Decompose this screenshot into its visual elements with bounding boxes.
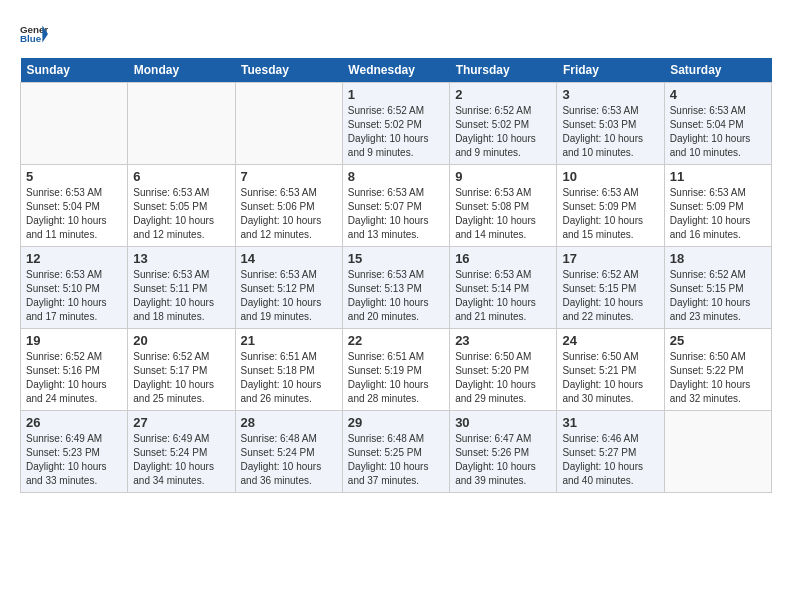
day-info: Sunrise: 6:53 AM Sunset: 5:08 PM Dayligh… — [455, 186, 551, 242]
day-number: 3 — [562, 87, 658, 102]
logo-icon: General Blue — [20, 20, 48, 48]
calendar-week-4: 26Sunrise: 6:49 AM Sunset: 5:23 PM Dayli… — [21, 411, 772, 493]
day-number: 24 — [562, 333, 658, 348]
calendar-table: SundayMondayTuesdayWednesdayThursdayFrid… — [20, 58, 772, 493]
calendar-cell: 9Sunrise: 6:53 AM Sunset: 5:08 PM Daylig… — [450, 165, 557, 247]
day-number: 22 — [348, 333, 444, 348]
day-info: Sunrise: 6:53 AM Sunset: 5:04 PM Dayligh… — [26, 186, 122, 242]
calendar-cell: 17Sunrise: 6:52 AM Sunset: 5:15 PM Dayli… — [557, 247, 664, 329]
calendar-cell: 23Sunrise: 6:50 AM Sunset: 5:20 PM Dayli… — [450, 329, 557, 411]
calendar-cell: 20Sunrise: 6:52 AM Sunset: 5:17 PM Dayli… — [128, 329, 235, 411]
calendar-cell — [128, 83, 235, 165]
weekday-header-friday: Friday — [557, 58, 664, 83]
day-number: 12 — [26, 251, 122, 266]
day-number: 8 — [348, 169, 444, 184]
day-info: Sunrise: 6:50 AM Sunset: 5:21 PM Dayligh… — [562, 350, 658, 406]
calendar-cell: 19Sunrise: 6:52 AM Sunset: 5:16 PM Dayli… — [21, 329, 128, 411]
day-info: Sunrise: 6:50 AM Sunset: 5:22 PM Dayligh… — [670, 350, 766, 406]
day-number: 18 — [670, 251, 766, 266]
calendar-header: SundayMondayTuesdayWednesdayThursdayFrid… — [21, 58, 772, 83]
day-info: Sunrise: 6:53 AM Sunset: 5:10 PM Dayligh… — [26, 268, 122, 324]
svg-text:Blue: Blue — [20, 33, 42, 44]
calendar-cell: 3Sunrise: 6:53 AM Sunset: 5:03 PM Daylig… — [557, 83, 664, 165]
day-number: 9 — [455, 169, 551, 184]
day-number: 16 — [455, 251, 551, 266]
day-number: 17 — [562, 251, 658, 266]
day-number: 13 — [133, 251, 229, 266]
weekday-header-sunday: Sunday — [21, 58, 128, 83]
day-info: Sunrise: 6:48 AM Sunset: 5:24 PM Dayligh… — [241, 432, 337, 488]
day-info: Sunrise: 6:51 AM Sunset: 5:18 PM Dayligh… — [241, 350, 337, 406]
weekday-header-thursday: Thursday — [450, 58, 557, 83]
day-info: Sunrise: 6:53 AM Sunset: 5:11 PM Dayligh… — [133, 268, 229, 324]
day-number: 20 — [133, 333, 229, 348]
calendar-cell: 6Sunrise: 6:53 AM Sunset: 5:05 PM Daylig… — [128, 165, 235, 247]
day-info: Sunrise: 6:52 AM Sunset: 5:02 PM Dayligh… — [455, 104, 551, 160]
calendar-week-1: 5Sunrise: 6:53 AM Sunset: 5:04 PM Daylig… — [21, 165, 772, 247]
calendar-cell: 4Sunrise: 6:53 AM Sunset: 5:04 PM Daylig… — [664, 83, 771, 165]
day-number: 28 — [241, 415, 337, 430]
weekday-header-monday: Monday — [128, 58, 235, 83]
calendar-cell: 16Sunrise: 6:53 AM Sunset: 5:14 PM Dayli… — [450, 247, 557, 329]
day-info: Sunrise: 6:53 AM Sunset: 5:04 PM Dayligh… — [670, 104, 766, 160]
day-number: 10 — [562, 169, 658, 184]
calendar-week-0: 1Sunrise: 6:52 AM Sunset: 5:02 PM Daylig… — [21, 83, 772, 165]
day-number: 7 — [241, 169, 337, 184]
logo: General Blue — [20, 20, 52, 48]
day-info: Sunrise: 6:53 AM Sunset: 5:13 PM Dayligh… — [348, 268, 444, 324]
weekday-header-saturday: Saturday — [664, 58, 771, 83]
day-info: Sunrise: 6:51 AM Sunset: 5:19 PM Dayligh… — [348, 350, 444, 406]
day-number: 23 — [455, 333, 551, 348]
calendar-cell: 28Sunrise: 6:48 AM Sunset: 5:24 PM Dayli… — [235, 411, 342, 493]
calendar-cell: 10Sunrise: 6:53 AM Sunset: 5:09 PM Dayli… — [557, 165, 664, 247]
weekday-header-row: SundayMondayTuesdayWednesdayThursdayFrid… — [21, 58, 772, 83]
calendar-cell: 29Sunrise: 6:48 AM Sunset: 5:25 PM Dayli… — [342, 411, 449, 493]
day-info: Sunrise: 6:53 AM Sunset: 5:09 PM Dayligh… — [562, 186, 658, 242]
calendar-cell: 26Sunrise: 6:49 AM Sunset: 5:23 PM Dayli… — [21, 411, 128, 493]
day-info: Sunrise: 6:49 AM Sunset: 5:23 PM Dayligh… — [26, 432, 122, 488]
day-number: 6 — [133, 169, 229, 184]
day-info: Sunrise: 6:53 AM Sunset: 5:07 PM Dayligh… — [348, 186, 444, 242]
day-info: Sunrise: 6:52 AM Sunset: 5:17 PM Dayligh… — [133, 350, 229, 406]
day-info: Sunrise: 6:46 AM Sunset: 5:27 PM Dayligh… — [562, 432, 658, 488]
day-info: Sunrise: 6:53 AM Sunset: 5:03 PM Dayligh… — [562, 104, 658, 160]
calendar-cell: 14Sunrise: 6:53 AM Sunset: 5:12 PM Dayli… — [235, 247, 342, 329]
day-info: Sunrise: 6:52 AM Sunset: 5:15 PM Dayligh… — [670, 268, 766, 324]
day-info: Sunrise: 6:50 AM Sunset: 5:20 PM Dayligh… — [455, 350, 551, 406]
calendar-cell: 30Sunrise: 6:47 AM Sunset: 5:26 PM Dayli… — [450, 411, 557, 493]
calendar-cell: 11Sunrise: 6:53 AM Sunset: 5:09 PM Dayli… — [664, 165, 771, 247]
day-info: Sunrise: 6:53 AM Sunset: 5:05 PM Dayligh… — [133, 186, 229, 242]
weekday-header-wednesday: Wednesday — [342, 58, 449, 83]
day-info: Sunrise: 6:52 AM Sunset: 5:02 PM Dayligh… — [348, 104, 444, 160]
day-number: 14 — [241, 251, 337, 266]
calendar-cell: 7Sunrise: 6:53 AM Sunset: 5:06 PM Daylig… — [235, 165, 342, 247]
calendar-cell: 13Sunrise: 6:53 AM Sunset: 5:11 PM Dayli… — [128, 247, 235, 329]
calendar-cell: 8Sunrise: 6:53 AM Sunset: 5:07 PM Daylig… — [342, 165, 449, 247]
calendar-cell — [235, 83, 342, 165]
calendar-cell: 21Sunrise: 6:51 AM Sunset: 5:18 PM Dayli… — [235, 329, 342, 411]
calendar-week-3: 19Sunrise: 6:52 AM Sunset: 5:16 PM Dayli… — [21, 329, 772, 411]
day-info: Sunrise: 6:53 AM Sunset: 5:14 PM Dayligh… — [455, 268, 551, 324]
day-info: Sunrise: 6:48 AM Sunset: 5:25 PM Dayligh… — [348, 432, 444, 488]
day-info: Sunrise: 6:53 AM Sunset: 5:09 PM Dayligh… — [670, 186, 766, 242]
day-number: 27 — [133, 415, 229, 430]
calendar-cell: 12Sunrise: 6:53 AM Sunset: 5:10 PM Dayli… — [21, 247, 128, 329]
weekday-header-tuesday: Tuesday — [235, 58, 342, 83]
day-number: 29 — [348, 415, 444, 430]
calendar-cell: 18Sunrise: 6:52 AM Sunset: 5:15 PM Dayli… — [664, 247, 771, 329]
day-info: Sunrise: 6:53 AM Sunset: 5:06 PM Dayligh… — [241, 186, 337, 242]
day-number: 31 — [562, 415, 658, 430]
calendar-cell: 31Sunrise: 6:46 AM Sunset: 5:27 PM Dayli… — [557, 411, 664, 493]
day-number: 30 — [455, 415, 551, 430]
calendar-body: 1Sunrise: 6:52 AM Sunset: 5:02 PM Daylig… — [21, 83, 772, 493]
calendar-cell: 2Sunrise: 6:52 AM Sunset: 5:02 PM Daylig… — [450, 83, 557, 165]
day-number: 19 — [26, 333, 122, 348]
calendar-cell: 27Sunrise: 6:49 AM Sunset: 5:24 PM Dayli… — [128, 411, 235, 493]
page-header: General Blue — [20, 20, 772, 48]
day-info: Sunrise: 6:53 AM Sunset: 5:12 PM Dayligh… — [241, 268, 337, 324]
calendar-cell: 5Sunrise: 6:53 AM Sunset: 5:04 PM Daylig… — [21, 165, 128, 247]
day-number: 2 — [455, 87, 551, 102]
day-info: Sunrise: 6:52 AM Sunset: 5:15 PM Dayligh… — [562, 268, 658, 324]
calendar-cell: 1Sunrise: 6:52 AM Sunset: 5:02 PM Daylig… — [342, 83, 449, 165]
day-info: Sunrise: 6:52 AM Sunset: 5:16 PM Dayligh… — [26, 350, 122, 406]
